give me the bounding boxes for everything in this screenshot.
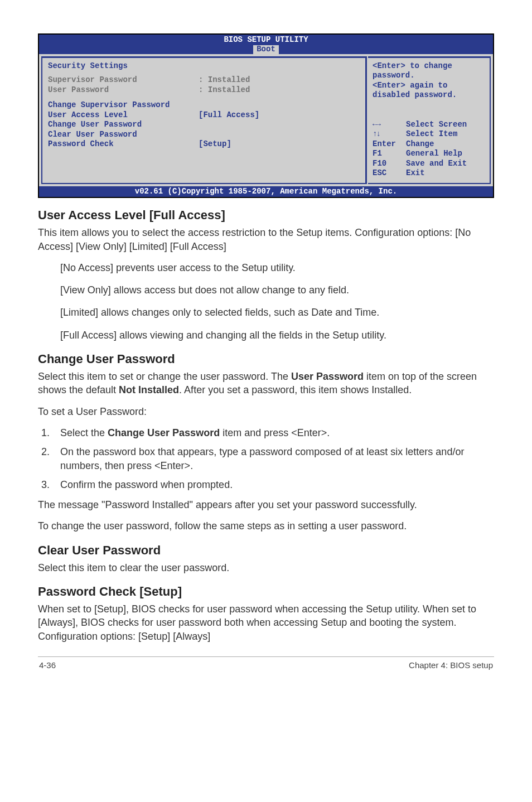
- bios-key-legend: ←→Select Screen ↑↓Select Item EnterChang…: [373, 120, 485, 178]
- key-enter-label: Enter: [373, 139, 406, 149]
- supervisor-password-label: Supervisor Password: [48, 75, 199, 85]
- para-limited: [Limited] allows changes only to selecte…: [60, 306, 494, 319]
- supervisor-password-value: : Installed: [199, 75, 250, 85]
- help-text-line1: <Enter> to change password.: [373, 61, 485, 81]
- key-esc-action: Exit: [406, 168, 425, 178]
- security-settings-heading: Security Settings: [48, 61, 360, 71]
- list-item: On the password box that appears, type a…: [52, 445, 494, 472]
- list-item: Select the Change User Password item and…: [52, 426, 494, 439]
- key-f1-action: General Help: [406, 149, 462, 159]
- key-select-screen: Select Screen: [406, 120, 467, 130]
- para-change-user-desc: Select this item to set or change the us…: [38, 370, 494, 397]
- arrow-up-down-icon: ↑↓: [373, 129, 380, 138]
- password-check-item[interactable]: Password Check: [48, 139, 199, 149]
- para-view-only: [View Only] allows access but does not a…: [60, 283, 494, 297]
- password-check-value[interactable]: [Setup]: [199, 139, 231, 149]
- chapter-label: Chapter 4: BIOS setup: [409, 660, 493, 670]
- para-clear-user: Select this item to clear the user passw…: [38, 561, 494, 574]
- para-installed-msg: The message "Password Installed" appears…: [38, 498, 494, 511]
- user-access-level-value[interactable]: [Full Access]: [199, 110, 259, 120]
- key-f10-action: Save and Exit: [406, 159, 467, 169]
- clear-user-password-item[interactable]: Clear User Password: [48, 130, 360, 140]
- bios-left-pane: Security Settings Supervisor Password : …: [41, 56, 367, 184]
- user-password-value: : Installed: [199, 85, 250, 95]
- bios-help-pane: <Enter> to change password. <Enter> agai…: [368, 56, 491, 184]
- user-access-level-item[interactable]: User Access Level: [48, 110, 199, 120]
- para-no-access: [No Access] prevents user access to the …: [60, 261, 494, 274]
- heading-user-access-level: User Access Level [Full Access]: [38, 208, 494, 223]
- list-item: Confirm the password when prompted.: [52, 478, 494, 491]
- para-user-access-desc: This item allows you to select the acces…: [38, 226, 494, 253]
- heading-change-user-password: Change User Password: [38, 352, 494, 366]
- key-esc-label: ESC: [373, 168, 406, 178]
- page-footer: 4-36 Chapter 4: BIOS setup: [38, 660, 494, 673]
- bios-titlebar: BIOS SETUP UTILITY Boot: [39, 35, 493, 54]
- set-password-steps: Select the Change User Password item and…: [38, 426, 494, 491]
- key-select-item: Select Item: [406, 129, 457, 139]
- bios-title: BIOS SETUP UTILITY: [39, 36, 493, 44]
- para-to-change: To change the user password, follow the …: [38, 519, 494, 533]
- key-enter-action: Change: [406, 139, 434, 149]
- user-password-label: User Password: [48, 85, 199, 95]
- heading-password-check: Password Check [Setup]: [38, 584, 494, 599]
- para-password-check: When set to [Setup], BIOS checks for use…: [38, 602, 494, 643]
- change-supervisor-password-item[interactable]: Change Supervisor Password: [48, 100, 360, 110]
- key-f1-label: F1: [373, 149, 406, 159]
- para-to-set: To set a User Password:: [38, 405, 494, 418]
- key-f10-label: F10: [373, 159, 406, 169]
- page-number: 4-36: [39, 660, 56, 670]
- bios-copyright-footer: v02.61 (C)Copyright 1985-2007, American …: [39, 186, 493, 197]
- heading-clear-user-password: Clear User Password: [38, 543, 494, 558]
- help-text-line2: <Enter> again to disabled password.: [373, 81, 485, 100]
- bios-window: BIOS SETUP UTILITY Boot Security Setting…: [38, 33, 494, 198]
- para-full-access: [Full Access] allows viewing and changin…: [60, 328, 494, 342]
- bios-active-tab: Boot: [253, 45, 279, 54]
- footer-divider: [38, 656, 494, 657]
- arrow-left-right-icon: ←→: [373, 120, 380, 129]
- change-user-password-item[interactable]: Change User Password: [48, 120, 360, 130]
